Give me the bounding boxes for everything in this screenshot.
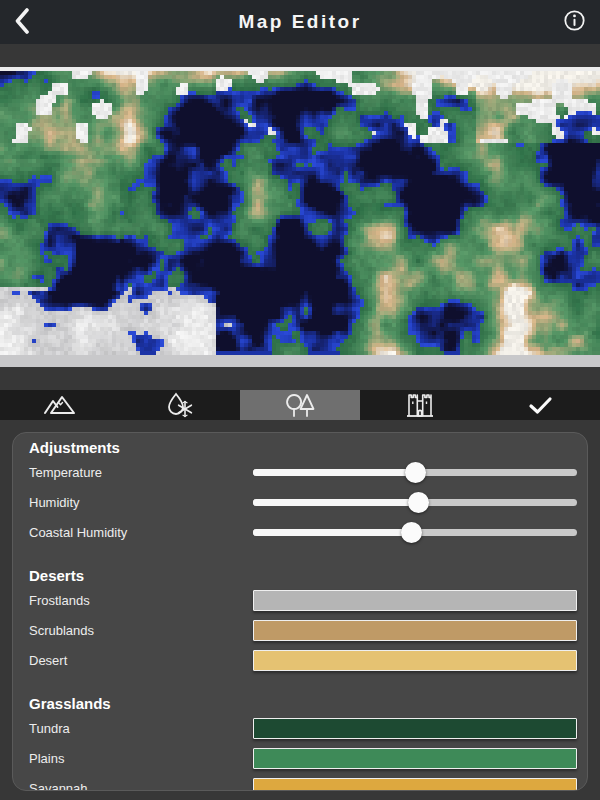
- biome-row-scrublands: Scrublands: [29, 615, 577, 645]
- scrublands-swatch[interactable]: [253, 620, 577, 641]
- tundra-swatch[interactable]: [253, 718, 577, 739]
- mountains-icon: [43, 394, 77, 416]
- tab-terrain[interactable]: [0, 390, 120, 420]
- biome-panel: AdjustmentsTemperatureHumidityCoastal Hu…: [12, 432, 588, 791]
- tab-structures[interactable]: [360, 390, 480, 420]
- row-label: Temperature: [29, 465, 253, 480]
- biome-row-plains: Plains: [29, 743, 577, 773]
- drop-snowflake-icon: [165, 392, 195, 419]
- back-chevron-icon: [14, 8, 30, 37]
- row-label: Coastal Humidity: [29, 525, 253, 540]
- tab-biomes[interactable]: [240, 390, 360, 420]
- page-title: Map Editor: [0, 11, 600, 33]
- navbar: Map Editor: [0, 0, 600, 44]
- section-heading-adjustments: Adjustments: [29, 439, 577, 457]
- row-label: Savannah: [29, 781, 253, 792]
- slider-row-humidity: Humidity: [29, 487, 577, 517]
- row-label: Tundra: [29, 721, 253, 736]
- castle-icon: [405, 392, 435, 418]
- slider-thumb[interactable]: [405, 462, 426, 483]
- tab-climate[interactable]: [120, 390, 240, 420]
- desert-swatch[interactable]: [253, 650, 577, 671]
- coastal-humidity-slider[interactable]: [253, 522, 577, 543]
- info-icon: [563, 9, 586, 35]
- slider-thumb[interactable]: [401, 522, 422, 543]
- world-map[interactable]: [0, 67, 600, 367]
- row-label: Humidity: [29, 495, 253, 510]
- biome-row-tundra: Tundra: [29, 713, 577, 743]
- humidity-slider[interactable]: [253, 492, 577, 513]
- biome-row-savannah: Savannah: [29, 773, 577, 791]
- row-label: Desert: [29, 653, 253, 668]
- slider-row-coastal-humidity: Coastal Humidity: [29, 517, 577, 547]
- biome-row-frostlands: Frostlands: [29, 585, 577, 615]
- biome-row-desert: Desert: [29, 645, 577, 675]
- slider-row-temperature: Temperature: [29, 457, 577, 487]
- check-icon: [528, 396, 553, 415]
- slider-thumb[interactable]: [408, 492, 429, 513]
- row-label: Scrublands: [29, 623, 253, 638]
- tab-confirm[interactable]: [480, 390, 600, 420]
- plains-swatch[interactable]: [253, 748, 577, 769]
- section-heading-grasslands: Grasslands: [29, 695, 577, 713]
- section-heading-deserts: Deserts: [29, 567, 577, 585]
- back-button[interactable]: [14, 8, 30, 37]
- row-label: Frostlands: [29, 593, 253, 608]
- temperature-slider[interactable]: [253, 462, 577, 483]
- map-area: [0, 67, 600, 367]
- savannah-swatch[interactable]: [253, 778, 577, 792]
- info-button[interactable]: [563, 9, 586, 35]
- editor-toolbar: [0, 390, 600, 420]
- trees-icon: [284, 392, 316, 418]
- frostlands-swatch[interactable]: [253, 590, 577, 611]
- row-label: Plains: [29, 751, 253, 766]
